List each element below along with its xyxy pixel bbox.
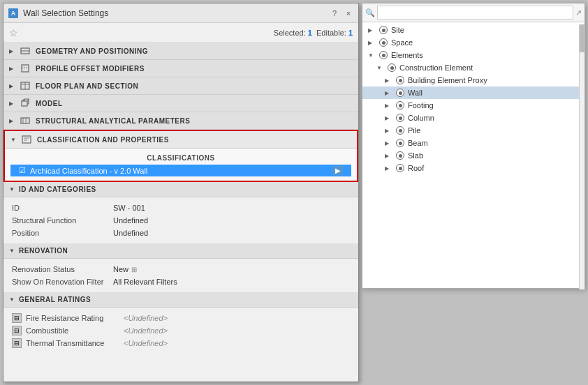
tree-item-elements[interactable]: ▼ Elements xyxy=(362,49,585,61)
svg-rect-4 xyxy=(22,65,29,72)
slab-label: Slab xyxy=(408,151,423,160)
renovation-icon: ⊞ xyxy=(131,266,137,273)
combustible-row: ⊟ Combustible <Undefined> xyxy=(12,324,350,337)
structural-value: Undefined xyxy=(113,216,148,225)
fire-resistance-label: Fire Resistance Rating xyxy=(26,314,124,322)
scrollbar-thumb[interactable] xyxy=(580,24,585,52)
classification-item[interactable]: ☑ Archicad Classification - v 2.0 Wall ▶ xyxy=(10,165,351,176)
thermal-icon: ⊟ xyxy=(12,338,22,348)
floorplan-arrow: ▶ xyxy=(9,83,16,89)
section-model[interactable]: ▶ MODEL xyxy=(3,95,358,112)
classification-arrow: ▼ xyxy=(10,137,17,143)
search-input[interactable] xyxy=(377,6,573,20)
ratings-header[interactable]: ▼ GENERAL RATINGS xyxy=(3,292,358,308)
tree-item-construction-element[interactable]: ▼ Construction Element xyxy=(362,61,585,74)
fire-resistance-row: ⊟ Fire Resistance Rating <Undefined> xyxy=(12,312,350,324)
site-label: Site xyxy=(391,26,404,34)
section-floorplan[interactable]: ▶ FLOOR PLAN AND SECTION xyxy=(3,77,358,95)
tree-item-beam[interactable]: ▶ Beam xyxy=(362,137,585,149)
selected-count: 1 xyxy=(308,29,312,37)
profile-arrow: ▶ xyxy=(9,66,16,72)
floorplan-icon xyxy=(19,81,31,91)
search-icon: 🔍 xyxy=(365,8,375,17)
footing-node-icon xyxy=(395,100,405,110)
structural-icon xyxy=(19,116,31,126)
section-structural[interactable]: ▶ STRUCTURAL ANALYTICAL PARAMETERS xyxy=(3,112,358,130)
renovation-filter-label: Show On Renovation Filter xyxy=(12,278,113,286)
section-id-categories: ▼ ID AND CATEGORIES ID SW - 001 Structur… xyxy=(3,182,358,243)
tree-item-slab[interactable]: ▶ Slab xyxy=(362,149,585,162)
navigate-icon[interactable]: ↗ xyxy=(575,8,582,17)
app-icon: A xyxy=(8,8,19,19)
elements-node-icon xyxy=(378,50,388,60)
model-title: MODEL xyxy=(36,100,63,107)
id-categories-header[interactable]: ▼ ID AND CATEGORIES xyxy=(3,182,358,197)
classification-label: Archicad Classification - v 2.0 Wall xyxy=(30,167,333,175)
selection-info: Selected: 1 Editable: 1 xyxy=(274,29,353,37)
title-bar: A Wall Selection Settings ? × xyxy=(3,3,358,23)
tree-item-building-element-proxy[interactable]: ▶ Building Element Proxy xyxy=(362,74,585,86)
thermal-value: <Undefined> xyxy=(124,339,168,347)
profile-title: PROFILE OFFSET MODIFIERS xyxy=(36,65,145,73)
pile-node-icon xyxy=(395,126,405,135)
combustible-label: Combustible xyxy=(26,326,124,335)
tree-item-column[interactable]: ▶ Column xyxy=(362,112,585,124)
close-button[interactable]: × xyxy=(343,8,354,19)
column-arrow: ▶ xyxy=(385,115,393,121)
classification-expand-button[interactable]: ▶ xyxy=(333,166,343,175)
id-row: ID SW - 001 xyxy=(12,202,350,214)
classifications-subtitle: CLASSIFICATIONS xyxy=(5,151,357,163)
combustible-value: <Undefined> xyxy=(124,326,168,335)
tree-item-space[interactable]: ▶ Space xyxy=(362,36,585,49)
beam-label: Beam xyxy=(408,139,428,147)
construction-node-icon xyxy=(387,63,397,73)
structural-arrow: ▶ xyxy=(9,118,16,124)
wall-label: Wall xyxy=(408,89,422,97)
section-classification-container: ▼ CLASSIFICATION AND PROPERTIES CLASSIFI… xyxy=(3,130,358,182)
structural-title: STRUCTURAL ANALYTICAL PARAMETERS xyxy=(36,117,190,125)
id-label: ID xyxy=(12,204,113,212)
tree-item-wall[interactable]: ▶ Wall xyxy=(362,86,585,99)
tree-item-roof[interactable]: ▶ Roof xyxy=(362,162,585,174)
tree-item-site[interactable]: ▶ Site xyxy=(362,24,585,36)
space-label: Space xyxy=(391,38,413,47)
fire-resistance-icon: ⊟ xyxy=(12,313,22,323)
tree-item-footing[interactable]: ▶ Footing xyxy=(362,99,585,112)
renovation-header[interactable]: ▼ RENOVATION xyxy=(3,243,358,259)
profile-icon xyxy=(19,63,31,73)
dropdown-search-bar: 🔍 ↗ xyxy=(362,3,585,22)
roof-label: Roof xyxy=(408,164,424,172)
tree-list: ▶ Site ▶ Space ▼ Elements ▼ xyxy=(362,22,585,287)
renovation-properties: Renovation Status New ⊞ Show On Renovati… xyxy=(3,259,358,292)
thermal-label: Thermal Transmittance xyxy=(26,339,124,347)
svg-text:A: A xyxy=(11,10,16,17)
thermal-row: ⊟ Thermal Transmittance <Undefined> xyxy=(12,337,350,349)
construction-arrow: ▼ xyxy=(376,65,385,71)
scrollbar[interactable] xyxy=(579,24,585,289)
beam-arrow: ▶ xyxy=(385,140,393,146)
renovation-status-row: Renovation Status New ⊞ xyxy=(12,263,350,275)
section-renovation: ▼ RENOVATION Renovation Status New ⊞ Sho… xyxy=(3,243,358,292)
classification-title: CLASSIFICATION AND PROPERTIES xyxy=(37,136,169,144)
position-label: Position xyxy=(12,229,113,237)
renovation-status-value: New xyxy=(113,265,128,273)
tree-item-pile[interactable]: ▶ Pile xyxy=(362,124,585,137)
pile-arrow: ▶ xyxy=(385,128,393,134)
site-arrow: ▶ xyxy=(368,27,376,33)
id-properties: ID SW - 001 Structural Function Undefine… xyxy=(3,197,358,243)
classification-check: ☑ xyxy=(19,166,26,175)
id-title: ID AND CATEGORIES xyxy=(19,186,96,193)
bep-node-icon xyxy=(395,75,405,85)
section-profile[interactable]: ▶ PROFILE OFFSET MODIFIERS xyxy=(3,60,358,77)
help-button[interactable]: ? xyxy=(329,8,340,19)
renovation-status-label: Renovation Status xyxy=(12,265,113,273)
title-controls: ? × xyxy=(329,8,354,19)
favorites-button[interactable]: ☆ xyxy=(9,27,18,38)
combustible-icon: ⊟ xyxy=(12,326,22,335)
section-classification[interactable]: ▼ CLASSIFICATION AND PROPERTIES xyxy=(5,131,357,149)
position-row: Position Undefined xyxy=(12,227,350,239)
window-title: Wall Selection Settings xyxy=(23,8,329,18)
bep-label: Building Element Proxy xyxy=(408,76,487,84)
section-geometry[interactable]: ▶ GEOMETRY AND POSITIONING xyxy=(3,43,358,60)
pile-label: Pile xyxy=(408,126,420,135)
